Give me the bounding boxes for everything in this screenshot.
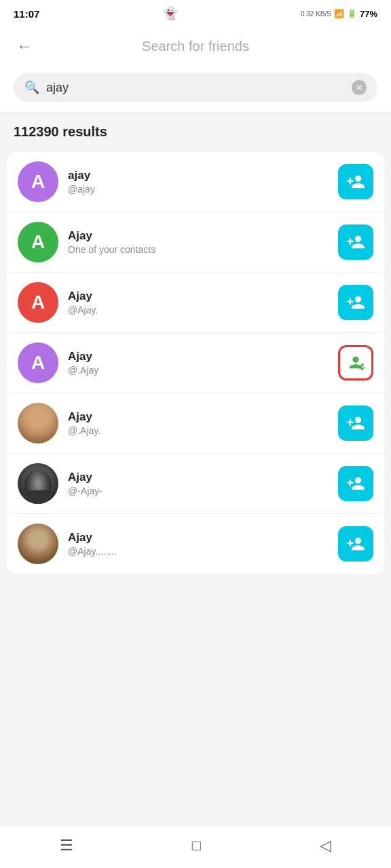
battery-icon: 🔋 xyxy=(347,9,357,18)
user-handle: @-Ajay- xyxy=(68,486,329,496)
list-item: A ajay @ajay xyxy=(7,152,384,212)
user-info: Ajay @-Ajay- xyxy=(68,471,329,496)
list-item: Ajay @Ajay........ xyxy=(7,514,384,574)
battery-level: 77% xyxy=(360,9,377,19)
user-handle: One of your contacts xyxy=(68,244,329,255)
home-nav-button[interactable]: □ xyxy=(179,834,215,857)
list-item: Ajay @-Ajay- xyxy=(7,454,384,514)
add-person-icon xyxy=(346,534,365,553)
user-name: Ajay xyxy=(68,471,329,484)
user-handle: @Ajay........ xyxy=(68,546,329,557)
avatar xyxy=(18,403,58,443)
search-container: 🔍 ✕ xyxy=(0,65,391,113)
status-icons: 0.32 KB/S 📶 🔋 77% xyxy=(301,9,377,19)
avatar: A xyxy=(18,342,58,383)
menu-nav-button[interactable]: ☰ xyxy=(46,834,87,857)
user-info: Ajay @.Ajay xyxy=(68,350,329,376)
user-info: Ajay @.Ajay. xyxy=(68,410,329,436)
user-name: Ajay xyxy=(68,410,329,424)
add-person-icon xyxy=(346,293,365,312)
snapchat-icon: 👻 xyxy=(163,6,178,21)
person-check-icon xyxy=(346,353,365,372)
list-item: A Ajay @Ajay. xyxy=(7,273,384,333)
list-item: A Ajay One of your contacts xyxy=(7,212,384,273)
avatar: A xyxy=(18,161,58,202)
avatar xyxy=(18,524,58,564)
avatar: A xyxy=(18,222,58,262)
user-handle: @Ajay. xyxy=(68,304,329,315)
user-handle: @.Ajay xyxy=(68,365,329,376)
clear-search-button[interactable]: ✕ xyxy=(352,80,367,95)
user-name: Ajay xyxy=(68,531,329,545)
user-name: ajay xyxy=(68,169,329,182)
add-friend-button[interactable] xyxy=(338,526,373,561)
add-friend-button[interactable] xyxy=(338,285,373,320)
user-handle: @.Ajay. xyxy=(68,425,329,436)
add-friend-button[interactable] xyxy=(338,466,373,501)
add-friend-button[interactable] xyxy=(338,406,373,441)
status-time: 11:07 xyxy=(14,8,39,20)
back-button[interactable]: ← xyxy=(14,34,35,58)
results-count: 112390 results xyxy=(14,124,107,139)
add-friend-button[interactable] xyxy=(338,224,373,260)
signal-icon: 📶 xyxy=(334,9,344,18)
add-person-icon xyxy=(346,414,365,433)
friend-added-button[interactable] xyxy=(338,345,373,380)
user-name: Ajay xyxy=(68,350,329,363)
list-item: A Ajay @.Ajay xyxy=(7,333,384,393)
user-info: Ajay @Ajay. xyxy=(68,290,329,315)
list-item: Ajay @.Ajay. xyxy=(7,393,384,454)
page-header: ← Search for friends xyxy=(0,27,391,65)
avatar: A xyxy=(18,282,58,323)
status-bar: 11:07 👻 0.32 KB/S 📶 🔋 77% xyxy=(0,0,391,27)
search-icon: 🔍 xyxy=(24,80,39,95)
page-title: Search for friends xyxy=(142,39,249,54)
add-friend-button[interactable] xyxy=(338,164,373,199)
user-handle: @ajay xyxy=(68,184,329,195)
search-bar: 🔍 ✕ xyxy=(14,73,377,102)
add-person-icon xyxy=(346,474,365,493)
user-info: Ajay @Ajay........ xyxy=(68,531,329,557)
user-list: A ajay @ajay A Ajay One of your contacts… xyxy=(7,152,384,574)
avatar xyxy=(18,463,58,504)
add-person-icon xyxy=(346,172,365,191)
bottom-nav: ☰ □ ◁ xyxy=(0,825,391,868)
back-nav-button[interactable]: ◁ xyxy=(306,834,345,857)
user-name: Ajay xyxy=(68,290,329,303)
user-name: Ajay xyxy=(68,229,329,243)
results-section: 112390 results xyxy=(0,113,391,145)
add-person-icon xyxy=(346,233,365,252)
search-input[interactable] xyxy=(46,81,345,95)
network-speed: 0.32 KB/S xyxy=(301,10,331,18)
user-info: Ajay One of your contacts xyxy=(68,229,329,255)
user-info: ajay @ajay xyxy=(68,169,329,195)
